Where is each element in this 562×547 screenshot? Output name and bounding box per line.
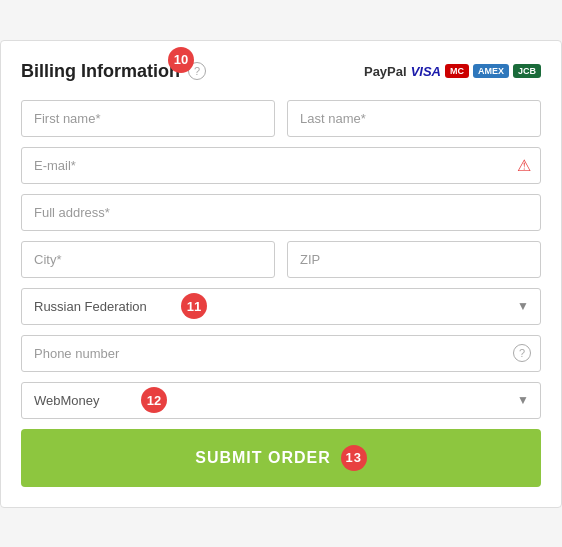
- lastname-input[interactable]: [287, 100, 541, 137]
- email-group: ⚠: [21, 147, 541, 184]
- address-input[interactable]: [21, 194, 541, 231]
- phone-help-icon[interactable]: ?: [513, 344, 531, 362]
- email-row: ⚠: [21, 147, 541, 184]
- email-input[interactable]: [21, 147, 541, 184]
- phone-input[interactable]: [21, 335, 541, 372]
- city-input[interactable]: [21, 241, 275, 278]
- zip-input[interactable]: [287, 241, 541, 278]
- warning-icon: ⚠: [517, 156, 531, 175]
- submit-button[interactable]: SUBMIT ORDER 13: [21, 429, 541, 487]
- payment-group: WebMoney PayPal Visa 12 ▼: [21, 382, 541, 419]
- city-zip-row: [21, 241, 541, 278]
- phone-group: ?: [21, 335, 541, 372]
- country-group: Russian Federation United States United …: [21, 288, 541, 325]
- payment-select[interactable]: WebMoney PayPal Visa: [21, 382, 541, 419]
- amex-logo: AMEX: [473, 64, 509, 78]
- payment-logos: PayPal VISA MC AMEX JCB: [364, 64, 541, 79]
- lastname-group: [287, 100, 541, 137]
- address-group: [21, 194, 541, 231]
- paypal-logo: PayPal: [364, 64, 407, 79]
- phone-row: ?: [21, 335, 541, 372]
- submit-label: SUBMIT ORDER: [195, 449, 331, 467]
- header: Billing Information 10 ? PayPal VISA MC …: [21, 61, 541, 82]
- firstname-input[interactable]: [21, 100, 275, 137]
- billing-card: Billing Information 10 ? PayPal VISA MC …: [0, 40, 562, 508]
- jcb-logo: JCB: [513, 64, 541, 78]
- firstname-group: [21, 100, 275, 137]
- address-row: [21, 194, 541, 231]
- header-left: Billing Information 10 ?: [21, 61, 206, 82]
- payment-row: WebMoney PayPal Visa 12 ▼: [21, 382, 541, 419]
- title-wrap: Billing Information 10: [21, 61, 180, 82]
- zip-group: [287, 241, 541, 278]
- visa-logo: VISA: [411, 64, 441, 79]
- city-group: [21, 241, 275, 278]
- country-select[interactable]: Russian Federation United States United …: [21, 288, 541, 325]
- step-badge-10: 10: [168, 47, 194, 73]
- name-row: [21, 100, 541, 137]
- mastercard-logo: MC: [445, 64, 469, 78]
- page-title: Billing Information: [21, 61, 180, 81]
- country-row: Russian Federation United States United …: [21, 288, 541, 325]
- step-badge-13: 13: [341, 445, 367, 471]
